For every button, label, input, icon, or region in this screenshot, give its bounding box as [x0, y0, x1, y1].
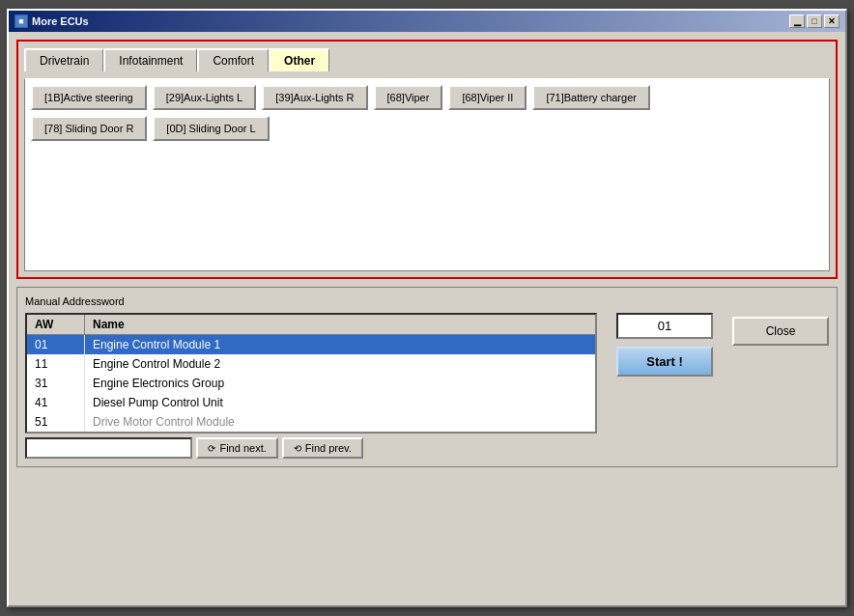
manual-legend: Manual Addressword [25, 295, 829, 307]
ecu-viper-ii[interactable]: [68]Viper II [448, 85, 527, 110]
tab-infotainment[interactable]: Infotainment [103, 48, 197, 71]
tab-comfort[interactable]: Comfort [197, 48, 269, 71]
cell-aw: 11 [27, 354, 85, 374]
ecu-buttons-row2: [78] Sliding Door R [0D] Sliding Door L [31, 116, 823, 141]
manual-content: AW Name 01 Engine Control Module 1 11 [25, 313, 829, 459]
start-button[interactable]: Start ! [616, 347, 713, 377]
ecu-sliding-door-r[interactable]: [78] Sliding Door R [31, 116, 147, 141]
close-button-container: Close [732, 313, 829, 346]
window-content: Drivetrain Infotainment Comfort Other [1… [9, 32, 845, 605]
tab-other[interactable]: Other [269, 48, 329, 71]
cell-name: Diesel Pump Control Unit [85, 393, 595, 412]
search-row: ⟳ Find next. ⟲ Find prev. [25, 437, 597, 459]
main-window: ■ More ECUs ▁ □ ✕ Drivetrain Infotainmen… [7, 9, 847, 607]
header-aw: AW [27, 315, 85, 334]
cell-aw: 01 [27, 335, 85, 354]
header-name: Name [85, 315, 580, 334]
cell-name: Engine Control Module 1 [85, 335, 595, 354]
manual-addressword-section: Manual Addressword AW Name 01 Engi [16, 287, 838, 467]
aw-table: AW Name 01 Engine Control Module 1 11 [25, 313, 597, 434]
find-next-button[interactable]: ⟳ Find next. [196, 437, 277, 459]
table-row[interactable]: 51 Drive Motor Control Module [27, 412, 595, 432]
ecu-aux-lights-r[interactable]: [39]Aux-Lights R [262, 85, 367, 110]
maximize-button[interactable]: □ [807, 14, 822, 28]
search-input[interactable] [25, 437, 192, 459]
table-row[interactable]: 01 Engine Control Module 1 [27, 335, 595, 354]
table-header: AW Name [27, 315, 595, 335]
ecu-aux-lights-l[interactable]: [29]Aux-Lights L [153, 85, 257, 110]
ecu-active-steering[interactable]: [1B]Active steering [31, 85, 147, 110]
address-input[interactable] [616, 313, 713, 339]
table-area: AW Name 01 Engine Control Module 1 11 [25, 313, 597, 459]
table-row[interactable]: 11 Engine Control Module 2 [27, 354, 595, 374]
tab-section: Drivetrain Infotainment Comfort Other [1… [16, 40, 838, 279]
title-bar-controls: ▁ □ ✕ [789, 14, 840, 28]
tabs-row: Drivetrain Infotainment Comfort Other [24, 47, 830, 70]
ecu-buttons-row1: [1B]Active steering [29]Aux-Lights L [39… [31, 85, 823, 110]
table-row[interactable]: 31 Engine Electronics Group [27, 374, 595, 393]
minimize-button[interactable]: ▁ [789, 14, 805, 28]
table-body[interactable]: 01 Engine Control Module 1 11 Engine Con… [27, 335, 595, 432]
ecu-buttons-grid: [1B]Active steering [29]Aux-Lights L [39… [24, 78, 830, 271]
title-bar: ■ More ECUs ▁ □ ✕ [9, 11, 845, 32]
close-button[interactable]: ✕ [824, 14, 840, 28]
table-row[interactable]: 41 Diesel Pump Control Unit [27, 393, 595, 412]
close-main-button[interactable]: Close [732, 317, 829, 346]
window-title: More ECUs [32, 15, 89, 27]
cell-name: Engine Electronics Group [85, 374, 595, 393]
title-bar-left: ■ More ECUs [14, 14, 89, 28]
cell-name: Drive Motor Control Module [85, 412, 595, 432]
ecu-battery-charger[interactable]: [71]Battery charger [532, 85, 650, 110]
ecu-sliding-door-l[interactable]: [0D] Sliding Door L [153, 116, 269, 141]
window-icon: ■ [14, 14, 28, 28]
cell-aw: 31 [27, 374, 85, 393]
ecu-viper[interactable]: [68]Viper [374, 85, 443, 110]
cell-name: Engine Control Module 2 [85, 354, 595, 374]
tab-drivetrain[interactable]: Drivetrain [24, 48, 103, 71]
scrollbar-spacer [580, 315, 595, 334]
cell-aw: 41 [27, 393, 85, 412]
find-prev-button[interactable]: ⟲ Find prev. [282, 437, 363, 459]
side-controls: Start ! [607, 313, 723, 377]
cell-aw: 51 [27, 412, 85, 432]
